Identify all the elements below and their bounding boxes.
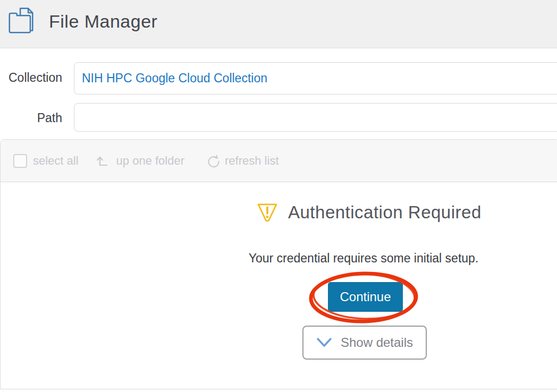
continue-button[interactable]: Continue — [328, 282, 403, 312]
page-header: File Manager — [0, 0, 557, 48]
chevron-down-icon — [316, 337, 332, 348]
path-label: Path — [0, 111, 62, 125]
select-all-checkbox[interactable] — [13, 154, 27, 168]
file-list-toolbar: select all up one folder — [1, 140, 557, 182]
file-manager-page: File Manager Collection NIH HPC Google C… — [0, 0, 557, 392]
auth-message: Your credential requires some initial se… — [249, 251, 479, 266]
collection-value: NIH HPC Google Cloud Collection — [82, 71, 267, 85]
warning-icon — [256, 201, 279, 224]
refresh-list-label: refresh list — [225, 154, 278, 168]
select-all-label: select all — [33, 154, 79, 168]
refresh-list-button[interactable]: refresh list — [205, 153, 278, 169]
page-title: File Manager — [49, 11, 157, 32]
show-details-label: Show details — [341, 335, 413, 350]
select-all-control[interactable]: select all — [13, 154, 79, 168]
refresh-icon — [205, 153, 221, 169]
auth-required-title: Authentication Required — [288, 200, 482, 225]
show-details-button[interactable]: Show details — [302, 326, 427, 360]
continue-button-label: Continue — [340, 289, 391, 304]
path-input[interactable] — [74, 103, 557, 132]
up-one-folder-button[interactable]: up one folder — [95, 153, 184, 169]
up-one-folder-label: up one folder — [116, 154, 184, 168]
file-manager-icon — [6, 6, 37, 37]
up-one-folder-icon — [95, 153, 111, 169]
collection-label: Collection — [0, 71, 62, 85]
collection-field[interactable]: NIH HPC Google Cloud Collection — [74, 62, 557, 95]
auth-required-header: Authentication Required — [256, 200, 482, 225]
